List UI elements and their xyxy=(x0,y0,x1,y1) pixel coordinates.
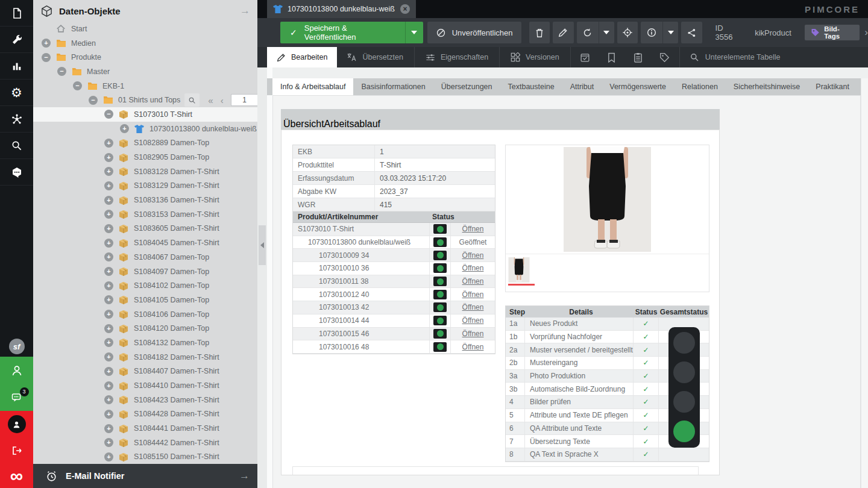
image-tags-pill[interactable]: Bild-Tags xyxy=(805,25,860,40)
tree-expander-icon[interactable]: + xyxy=(104,224,113,233)
tree-expander-icon[interactable]: + xyxy=(104,338,113,347)
tree-item[interactable]: + S1084410 Damen-T-Shirt xyxy=(33,378,257,393)
tree-item[interactable]: + S1084067 Damen-Top xyxy=(33,250,257,264)
open-link[interactable]: Öffnen xyxy=(450,288,495,301)
share-button[interactable] xyxy=(681,22,702,43)
documents-icon[interactable] xyxy=(0,0,33,27)
tree-item[interactable]: + S1084097 Damen-Top xyxy=(33,264,257,279)
save-publish-button[interactable]: ✓ Speichern & Veröffentlichen xyxy=(280,22,423,43)
notifications-chat-icon[interactable]: 3 xyxy=(0,384,33,411)
tree-expander-icon[interactable]: − xyxy=(89,96,98,105)
tree-expander-icon[interactable]: + xyxy=(104,239,113,248)
tree-item[interactable]: − EKB-1 xyxy=(33,79,257,93)
toolbar-overflow-chevron[interactable]: › xyxy=(864,27,868,39)
tree-item[interactable]: + S1084407 Damen-T-Shirt xyxy=(33,364,257,379)
open-link[interactable]: Öffnen xyxy=(450,314,495,327)
user-profile-icon[interactable] xyxy=(0,357,33,384)
tree-expander-icon[interactable]: + xyxy=(104,210,113,219)
tree-item[interactable]: + S1083605 Damen-T-Shirt xyxy=(33,222,257,236)
notifier-expand-arrow[interactable]: → xyxy=(239,470,250,482)
tree-item[interactable]: + S1084102 Damen-Top xyxy=(33,278,257,293)
tree-expander-icon[interactable]: + xyxy=(104,267,113,276)
tree-item[interactable]: + S1085150 Damen-T-Shirt xyxy=(33,450,257,465)
tree-item[interactable]: Start xyxy=(33,22,257,36)
tree-expander-icon[interactable]: + xyxy=(104,281,113,290)
content-tab[interactable]: Praktikant xyxy=(808,78,857,95)
info-dropdown-caret[interactable] xyxy=(662,22,678,43)
tree-item[interactable]: + S1084105 Damen-Top xyxy=(33,293,257,307)
tree-expander-icon[interactable]: + xyxy=(104,139,113,148)
locate-in-tree-button[interactable] xyxy=(617,22,638,43)
tree-item[interactable]: − Produkte xyxy=(33,50,257,64)
pimcore-logo[interactable]: ∞ xyxy=(0,464,33,488)
content-tab[interactable]: Relationen xyxy=(674,78,726,95)
tree-item[interactable]: − 01 Shirts und Tops « xyxy=(33,93,257,107)
inner-tab[interactable]: Arbeitsablauf xyxy=(324,119,380,130)
tree-item[interactable]: + S1083136 Damen-T-Shirt xyxy=(33,193,257,207)
tree-item[interactable]: + 107301013800 dunkelblau-weiß xyxy=(33,122,257,136)
tree-expander-icon[interactable]: − xyxy=(104,110,113,119)
bookmark-icon[interactable] xyxy=(599,47,625,67)
tree-expander-icon[interactable]: − xyxy=(73,81,82,90)
tree-expander-icon[interactable]: + xyxy=(104,381,113,390)
document-tab[interactable]: 107301013800 dunkelblau-weiß × xyxy=(267,0,416,18)
symfony-logo[interactable]: sf xyxy=(0,336,33,357)
info-button[interactable] xyxy=(641,22,662,43)
schedule-calendar-icon[interactable] xyxy=(572,47,599,67)
open-link[interactable]: Öffnen xyxy=(450,328,495,340)
unpublish-button[interactable]: Unveröffentlichen xyxy=(427,22,521,43)
tree-expander-icon[interactable]: + xyxy=(104,310,113,319)
tree-item[interactable]: + S1084423 Damen-T-Shirt xyxy=(33,393,257,407)
tree-expander-icon[interactable]: + xyxy=(104,153,113,162)
tree-item[interactable]: + S1084442 Damen-T-Shirt xyxy=(33,436,257,450)
tree-expander-icon[interactable]: + xyxy=(104,352,113,361)
open-link[interactable]: Öffnen xyxy=(450,223,495,236)
tree-expander-icon[interactable]: + xyxy=(104,252,113,261)
tree-expander-icon[interactable]: + xyxy=(104,410,113,419)
tree-item[interactable]: + S1084132 Damen-Top xyxy=(33,336,257,350)
tab-uebersetzten[interactable]: Übersetzten xyxy=(337,47,412,67)
tree-item[interactable]: + S1084120 Damen-Top xyxy=(33,321,257,336)
content-tab[interactable]: Sicherheitshinweise xyxy=(726,78,808,95)
content-scrollbar[interactable] xyxy=(861,78,868,488)
rename-button[interactable] xyxy=(553,22,574,43)
tree-item[interactable]: + S1082889 Damen-Top xyxy=(33,136,257,151)
tab-versionen[interactable]: Versionen xyxy=(501,47,569,67)
tree-item[interactable]: + S1083153 Damen-T-Shirt xyxy=(33,207,257,222)
reports-chart-icon[interactable] xyxy=(0,53,33,80)
tree-expander-icon[interactable]: + xyxy=(104,367,113,376)
tree-expander-icon[interactable]: + xyxy=(104,424,113,433)
tree-item[interactable]: + S1083129 Damen-T-Shirt xyxy=(33,179,257,193)
subelements-search[interactable]: Unterelemente Tabelle xyxy=(681,47,789,67)
search-icon[interactable] xyxy=(0,133,33,159)
tools-wrench-icon[interactable] xyxy=(0,27,33,53)
tree-item[interactable]: + Medien xyxy=(33,36,257,51)
pimcore-chat-icon[interactable] xyxy=(0,159,33,186)
tree-item[interactable]: − Master xyxy=(33,64,257,79)
open-link[interactable]: Öffnen xyxy=(450,249,495,261)
tree-item[interactable]: + S1084106 Damen-Top xyxy=(33,307,257,322)
tab-close-icon[interactable]: × xyxy=(400,4,410,14)
page-prev-button[interactable]: ‹ xyxy=(221,96,224,105)
tree-expander-icon[interactable]: + xyxy=(42,39,51,48)
tab-eigenschaften[interactable]: Eigenschaften xyxy=(416,47,498,67)
tree-item[interactable]: + S1084428 Damen-T-Shirt xyxy=(33,407,257,422)
content-tab[interactable]: Attribut xyxy=(562,78,602,95)
tab-bearbeiten[interactable]: Bearbeiten xyxy=(267,47,337,67)
content-tab[interactable]: Textbausteine xyxy=(500,78,562,95)
email-notifier-bar[interactable]: E-Mail Notifier → xyxy=(33,464,257,488)
tree-expander-icon[interactable]: + xyxy=(104,295,113,304)
tree-item[interactable]: + S1084045 Damen-T-Shirt xyxy=(33,236,257,250)
tree-item[interactable]: + S1083128 Damen-T-Shirt xyxy=(33,164,257,179)
page-number-input[interactable]: 1 xyxy=(231,94,257,106)
account-icon[interactable] xyxy=(0,411,33,437)
content-tab[interactable]: Basisinformationen xyxy=(353,78,433,95)
inner-tab[interactable]: Übersicht xyxy=(283,119,324,130)
reload-dropdown-caret[interactable] xyxy=(599,22,614,43)
tree-expander-icon[interactable]: + xyxy=(104,452,113,461)
delete-button[interactable] xyxy=(529,22,550,43)
open-link[interactable]: Öffnen xyxy=(450,340,495,353)
tree-expander-icon[interactable]: − xyxy=(42,53,51,62)
tags-icon[interactable] xyxy=(652,47,678,67)
content-tab[interactable]: Übersetzungen xyxy=(433,78,500,95)
